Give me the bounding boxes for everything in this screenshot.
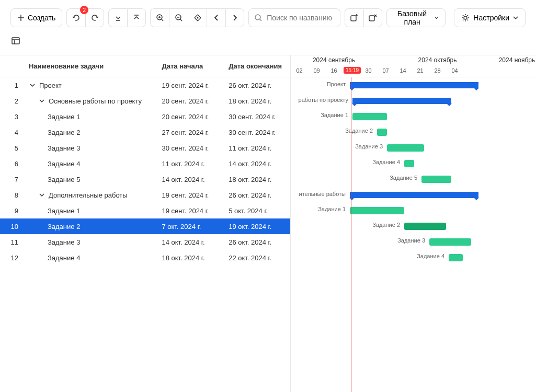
task-end-cell[interactable]: 22 окт. 2024 г. bbox=[223, 250, 290, 266]
task-start-cell[interactable]: 14 окт. 2024 г. bbox=[156, 234, 223, 250]
task-start-cell[interactable]: 20 сент. 2024 г. bbox=[156, 93, 223, 109]
grid-body: 1Проект19 сент. 2024 г.26 окт. 2024 г.2О… bbox=[0, 77, 290, 266]
task-name-cell[interactable]: Дополнительные работы bbox=[24, 187, 157, 203]
settings-button[interactable]: Настройки bbox=[454, 8, 526, 27]
table-row[interactable]: 1Проект19 сент. 2024 г.26 окт. 2024 г. bbox=[0, 77, 290, 93]
task-end-cell[interactable]: 30 сент. 2024 г. bbox=[223, 109, 290, 124]
chevron-down-icon[interactable] bbox=[29, 83, 36, 88]
table-row[interactable]: 3Задание 120 сент. 2024 г.30 сент. 2024 … bbox=[0, 109, 290, 124]
task-end-cell[interactable]: 26 окт. 2024 г. bbox=[223, 234, 290, 250]
task-name-cell[interactable]: Задание 4 bbox=[24, 250, 157, 266]
task-end-cell[interactable]: 30 сент. 2024 г. bbox=[223, 124, 290, 140]
task-name-cell[interactable]: Задание 3 bbox=[24, 234, 157, 250]
gantt-bar[interactable]: Задание 3 bbox=[387, 144, 424, 152]
task-start-cell[interactable]: 11 окт. 2024 г. bbox=[156, 156, 223, 171]
gantt-bar[interactable]: Задание 3 bbox=[429, 238, 471, 246]
gantt-bar[interactable]: Задание 4 bbox=[404, 160, 414, 167]
link-plus-button[interactable] bbox=[345, 8, 363, 27]
gantt-bar[interactable]: Проект bbox=[350, 82, 478, 88]
gantt-bar[interactable]: работы по проекту bbox=[352, 98, 451, 104]
task-start-cell[interactable]: 19 сент. 2024 г. bbox=[156, 203, 223, 218]
task-start-cell[interactable]: 20 сент. 2024 г. bbox=[156, 109, 223, 124]
layout-toggle-button[interactable] bbox=[10, 32, 27, 49]
zoom-out-button[interactable] bbox=[169, 8, 188, 27]
table-row[interactable]: 7Задание 514 окт. 2024 г.18 окт. 2024 г. bbox=[0, 171, 290, 187]
task-end-cell[interactable]: 26 окт. 2024 г. bbox=[223, 77, 290, 93]
task-end-cell[interactable]: 11 окт. 2024 г. bbox=[223, 140, 290, 156]
task-name-label: Задание 1 bbox=[48, 113, 80, 121]
link-remove-button[interactable] bbox=[363, 8, 382, 27]
gantt-bar-label: Задание 1 bbox=[321, 112, 348, 118]
task-start-cell[interactable]: 27 сент. 2024 г. bbox=[156, 124, 223, 140]
table-row[interactable]: 8Дополнительные работы19 сент. 2024 г.26… bbox=[0, 187, 290, 203]
chevron-down-icon[interactable] bbox=[38, 98, 45, 103]
collapse-all-button[interactable] bbox=[127, 8, 146, 27]
task-start-cell[interactable]: 19 сент. 2024 г. bbox=[156, 187, 223, 203]
task-end-cell[interactable]: 18 окт. 2024 г. bbox=[223, 93, 290, 109]
nav-prev-button[interactable] bbox=[207, 8, 225, 27]
task-name-label: Задание 4 bbox=[48, 160, 80, 168]
undo-button[interactable]: 2 bbox=[66, 8, 85, 27]
row-number: 8 bbox=[0, 187, 24, 203]
gantt-bar-label: Задание 5 bbox=[390, 175, 417, 181]
gantt-row: Задание 4 bbox=[291, 156, 536, 171]
gantt-bar[interactable]: Задание 2 bbox=[404, 223, 446, 230]
task-start-cell[interactable]: 30 сент. 2024 г. bbox=[156, 140, 223, 156]
task-name-cell[interactable]: Проект bbox=[24, 77, 157, 93]
task-end-cell[interactable]: 5 окт. 2024 г. bbox=[223, 203, 290, 218]
gantt-bar[interactable]: Задание 2 bbox=[377, 129, 387, 136]
table-row[interactable]: 4Задание 227 сент. 2024 г.30 сент. 2024 … bbox=[0, 124, 290, 140]
gantt-bar[interactable]: Задание 1 bbox=[352, 113, 387, 120]
expand-all-button[interactable] bbox=[108, 8, 127, 27]
search-input[interactable] bbox=[267, 14, 335, 22]
task-name-cell[interactable]: Задание 1 bbox=[24, 203, 157, 218]
plus-icon bbox=[17, 14, 25, 21]
task-end-cell[interactable]: 19 окт. 2024 г. bbox=[223, 218, 290, 234]
nav-next-button[interactable] bbox=[225, 8, 244, 27]
gantt-bar[interactable]: Задание 1 bbox=[350, 207, 404, 214]
chevron-down-icon bbox=[512, 15, 519, 21]
grid-header-start[interactable]: Дата начала bbox=[156, 55, 223, 77]
task-name-cell[interactable]: Задание 2 bbox=[24, 218, 157, 234]
task-end-cell[interactable]: 26 окт. 2024 г. bbox=[223, 187, 290, 203]
table-row[interactable]: 12Задание 418 окт. 2024 г.22 окт. 2024 г… bbox=[0, 250, 290, 266]
search-field[interactable] bbox=[248, 8, 340, 27]
table-row[interactable]: 6Задание 411 окт. 2024 г.14 окт. 2024 г. bbox=[0, 156, 290, 171]
task-name-cell[interactable]: Задание 4 bbox=[24, 156, 157, 171]
gantt-bar[interactable]: Задание 4 bbox=[449, 254, 463, 261]
link-remove-icon bbox=[368, 13, 378, 22]
task-start-cell[interactable]: 7 окт. 2024 г. bbox=[156, 218, 223, 234]
gantt-row: Задание 1 bbox=[291, 203, 536, 218]
table-row[interactable]: 10Задание 27 окт. 2024 г.19 окт. 2024 г. bbox=[0, 218, 290, 234]
create-button[interactable]: Создать bbox=[10, 8, 62, 27]
task-end-cell[interactable]: 14 окт. 2024 г. bbox=[223, 156, 290, 171]
timeline-month-label: 2024 ноябрь bbox=[498, 55, 536, 66]
table-row[interactable]: 9Задание 119 сент. 2024 г.5 окт. 2024 г. bbox=[0, 203, 290, 218]
gantt-chart[interactable]: 2024 сентябрь2024 октябрь2024 ноябрь 020… bbox=[291, 55, 536, 392]
chevron-down-icon[interactable] bbox=[38, 192, 45, 198]
gantt-row: Проект bbox=[291, 77, 536, 93]
task-name-cell[interactable]: Задание 2 bbox=[24, 124, 157, 140]
row-number: 11 bbox=[0, 234, 24, 250]
redo-icon bbox=[90, 13, 99, 22]
task-name-cell[interactable]: Основные работы по проекту bbox=[24, 93, 157, 109]
task-start-cell[interactable]: 14 окт. 2024 г. bbox=[156, 171, 223, 187]
task-start-cell[interactable]: 19 сент. 2024 г. bbox=[156, 77, 223, 93]
gantt-bar[interactable]: ительные работы bbox=[350, 192, 478, 198]
grid-header-end[interactable]: Дата окончания bbox=[223, 55, 290, 77]
grid-header-name[interactable]: Наименование задачи bbox=[24, 55, 157, 77]
gantt-bar[interactable]: Задание 5 bbox=[421, 176, 451, 183]
task-end-cell[interactable]: 18 окт. 2024 г. bbox=[223, 171, 290, 187]
zoom-in-button[interactable] bbox=[150, 8, 169, 27]
svg-point-6 bbox=[464, 16, 467, 19]
table-row[interactable]: 5Задание 330 сент. 2024 г.11 окт. 2024 г… bbox=[0, 140, 290, 156]
expand-collapse-group bbox=[108, 8, 146, 27]
task-name-cell[interactable]: Задание 3 bbox=[24, 140, 157, 156]
task-name-cell[interactable]: Задание 1 bbox=[24, 109, 157, 124]
table-row[interactable]: 2Основные работы по проекту20 сент. 2024… bbox=[0, 93, 290, 109]
table-row[interactable]: 11Задание 314 окт. 2024 г.26 окт. 2024 г… bbox=[0, 234, 290, 250]
zoom-fit-button[interactable] bbox=[188, 8, 207, 27]
baseline-dropdown[interactable]: Базовый план bbox=[386, 8, 446, 27]
task-name-cell[interactable]: Задание 5 bbox=[24, 171, 157, 187]
task-start-cell[interactable]: 18 окт. 2024 г. bbox=[156, 250, 223, 266]
